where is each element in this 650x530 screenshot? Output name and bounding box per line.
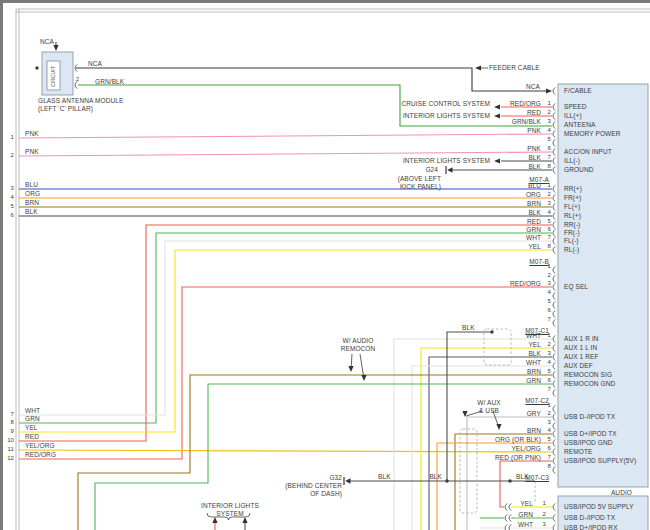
- sig-aux-l: AUX 1 L IN: [564, 344, 597, 351]
- blk-g32-label-a: BLK: [378, 473, 391, 480]
- wl-remocon-gnd: GRN: [526, 377, 541, 384]
- g32-label: G32: [329, 474, 342, 481]
- left-wire-10: RED: [25, 433, 39, 440]
- interior-lights-label-2: INTERIOR LIGHTS SYSTEM: [403, 157, 490, 164]
- pn-d3: 3: [548, 350, 551, 357]
- wl-ground: BLK: [528, 163, 541, 170]
- pn-d4: 4: [548, 359, 551, 366]
- left-wire-1: PNK: [25, 130, 39, 137]
- wl-antenna: GRN/BLK: [512, 118, 541, 125]
- wl-rl-plus: BLK: [528, 209, 541, 216]
- left-wire-4: ORG: [25, 190, 40, 197]
- wl-accon: PNK: [527, 145, 541, 152]
- wl-remote: YEL/ORG: [511, 445, 541, 452]
- pn-d7: 7: [548, 386, 551, 393]
- left-pin-2: 2: [11, 152, 14, 159]
- module-name-2: (LEFT 'C' PILLAR): [38, 105, 93, 112]
- sig-aux-def: AUX DEF: [564, 362, 593, 369]
- ils-bottom-2: SYSTEM: [216, 510, 243, 517]
- pn-e3: 3: [548, 419, 551, 426]
- module-pin2-label: 2: [76, 76, 79, 82]
- wl-usb-rx: WHT: [518, 521, 533, 528]
- left-pin-6: 6: [11, 212, 14, 219]
- sig-speed: SPEED: [564, 103, 587, 110]
- g24-loc-2: KICK PANEL): [400, 183, 441, 190]
- left-pin-4: 4: [11, 194, 14, 201]
- waux-label-1: W/ AUX: [477, 399, 500, 406]
- wl-rl-minus: YEL: [528, 243, 541, 250]
- wl-fl-minus: WHT: [526, 234, 541, 241]
- module-name-1: GLASS ANTENNA MODULE: [38, 97, 123, 104]
- wl-fr-plus: ORG: [526, 191, 541, 198]
- nca-feeder-label: NCA: [526, 83, 540, 90]
- left-wire-6: BLK: [25, 208, 38, 215]
- pn-e6: 6: [548, 445, 551, 452]
- left-pin-8: 8: [11, 419, 14, 426]
- wl-aux-l: YEL: [528, 341, 541, 348]
- pn-b5: 5: [548, 218, 551, 225]
- wl-rr-minus: RED: [527, 218, 541, 225]
- sig-usb-supply: USB/IPOD SUPPLY(5V): [564, 457, 636, 464]
- pn-a2: 2: [548, 109, 551, 116]
- sig-usb-gnd: USB/IPOD GND: [564, 439, 613, 446]
- pn-e4: 4: [548, 427, 551, 434]
- interior-lights-label-1: INTERIOR LIGHTS SYSTEM: [403, 112, 490, 119]
- pn-b7: 7: [548, 234, 551, 241]
- cruise-system-label: CRUISE CONTROL SYSTEM: [401, 100, 490, 107]
- pn-d2: 2: [548, 341, 551, 348]
- sig-usb-dminus: USB D-/IPOD TX: [564, 413, 615, 420]
- pn-d6: 6: [548, 377, 551, 384]
- conn-m07b: M07-B: [529, 258, 549, 265]
- feeder-cable-label: FEEDER CABLE: [489, 64, 540, 71]
- audio-box-label: AUDIO: [611, 489, 632, 496]
- sig-fr-plus: FR(+): [564, 194, 581, 201]
- pn-e2: 2: [548, 410, 551, 417]
- wl-aux-ref: BLK: [528, 350, 541, 357]
- g32-loc-1: (BEHIND CENTER: [285, 482, 342, 489]
- sig-antenna: ANTEENA: [564, 121, 595, 128]
- waudio-label-1: W/ AUDIO: [343, 337, 374, 344]
- pn-c4: 4: [548, 289, 551, 296]
- sig-fcable: F/CABLE: [564, 87, 592, 94]
- circuit-label: CIRCUIT: [51, 66, 57, 87]
- left-wire-8: GRN: [25, 415, 40, 422]
- left-pin-9: 9: [11, 428, 14, 435]
- pn-b3: 3: [548, 200, 551, 207]
- left-pin-3: 3: [11, 185, 14, 192]
- wl-usb-supply: RED (OR PNK): [495, 454, 541, 461]
- wl-speed: RED/ORG: [510, 100, 541, 107]
- pn-c7: 7: [548, 316, 551, 323]
- pn-b2: 2: [548, 191, 551, 198]
- pn-a4: 4: [548, 127, 551, 134]
- left-pin-5: 5: [11, 203, 14, 210]
- wl-usb-dminus: GRY: [527, 410, 541, 417]
- sig-remote: REMOTE: [564, 448, 592, 455]
- left-wire-5: BRN: [25, 199, 39, 206]
- wl-memory: PNK: [527, 127, 541, 134]
- sig-ill-plus: ILL(+): [564, 112, 582, 119]
- wl-aux-def: WHT: [526, 359, 541, 366]
- sig-fl-minus: FL(-): [564, 237, 579, 244]
- pn-c5: 5: [548, 298, 551, 305]
- wl-ill-minus: BLK: [528, 154, 541, 161]
- pn-a6: 6: [548, 145, 551, 152]
- pn-e7: 7: [548, 454, 551, 461]
- sig-ground: GROUND: [564, 166, 594, 173]
- sig-ill-minus: ILL(-): [564, 157, 580, 164]
- wl-usb-tx: GRN: [518, 511, 533, 518]
- pn-a8: 8: [548, 163, 551, 170]
- blk-shield-label: BLK: [462, 324, 475, 331]
- pn-u2: 2: [543, 511, 546, 518]
- wl-usb-gnd: ORG (OR BLK): [495, 436, 541, 443]
- conn-m07c1: M07-C1: [525, 327, 549, 334]
- left-wire-3: BLU: [25, 181, 38, 188]
- left-wire-7: WHT: [25, 407, 40, 414]
- sig-remocon-gnd: REMOCON GND: [564, 380, 615, 387]
- labels-layer: NCANCACIRCUIT2GRN/BLKGLASS ANTENNA MODUL…: [0, 0, 650, 530]
- pn-d5: 5: [548, 368, 551, 375]
- g24-label: G24: [425, 166, 438, 173]
- sig-fr-minus: FR(-): [564, 229, 580, 236]
- waudio-label-2: REMOCON: [341, 345, 376, 352]
- pn-c6: 6: [548, 307, 551, 314]
- wl-fl-plus: BRN: [527, 200, 541, 207]
